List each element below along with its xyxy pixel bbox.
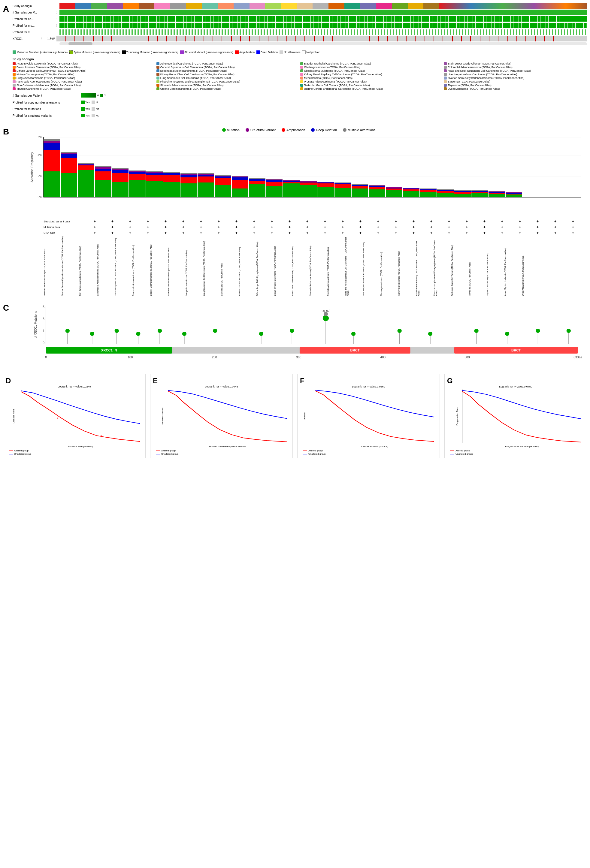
svg-point-48 bbox=[213, 329, 217, 333]
bar-group[interactable] bbox=[163, 172, 180, 197]
svg-point-51 bbox=[324, 312, 328, 316]
bar-group[interactable] bbox=[44, 139, 60, 197]
track-dots-1[interactable]: ⋮ bbox=[55, 10, 59, 15]
bar-group[interactable] bbox=[180, 173, 197, 197]
info-rows: # Samples per Patient 0 2 Profiled for c… bbox=[13, 93, 587, 117]
x-axis-label: Pheochromocytoma and Paraganglioma (TCGA… bbox=[433, 236, 450, 296]
x-axis-label: Stomach Adenocarcinoma (TCGA, PanCancer … bbox=[167, 236, 185, 296]
profiled-cna-track bbox=[59, 16, 587, 22]
svg-text:1: 1 bbox=[43, 329, 44, 332]
bar-group[interactable] bbox=[317, 182, 334, 197]
study-legend-item: Sarcoma (TCGA, PanCancer Atlas) bbox=[444, 80, 587, 83]
svg-point-70 bbox=[566, 329, 571, 333]
x-axis-label: Lung Adenocarcinoma (TCGA, PanCancer Atl… bbox=[185, 236, 203, 296]
bar-group[interactable] bbox=[454, 190, 471, 197]
chart-legend-item: Structural Variant bbox=[245, 128, 276, 132]
study-legend-item: Head and Neck Squamous Cell Carcinoma (T… bbox=[444, 69, 587, 72]
study-legend-item: Uterine Carcinosarcoma (TCGA, PanCancer … bbox=[157, 87, 300, 90]
bar-group[interactable] bbox=[78, 163, 94, 197]
study-legend-item: Esophageal Adenocarcinoma (TCGA, PanCanc… bbox=[157, 69, 300, 72]
svg-point-64 bbox=[474, 329, 478, 333]
x-axis-label: Uveal Melanoma (TCGA, PanCancer Atlas) bbox=[522, 236, 539, 296]
profiled-mut-track bbox=[59, 23, 587, 28]
xrcc1-track bbox=[56, 36, 587, 41]
study-legend-item: Uterine Corpus Endometrial Carcinoma (TC… bbox=[300, 87, 444, 90]
sv-data-row: Structural variant data ++++++++++++++++… bbox=[44, 219, 587, 224]
study-legend-item: Testicular Germ Cell Tumors (TCGA, PanCa… bbox=[300, 84, 444, 87]
study-legend-item: Mesothelioma (TCGA, PanCancer Atlas) bbox=[300, 77, 444, 80]
track-label-profiled-sv: Profiled for st... bbox=[13, 31, 55, 34]
x-axis-label: Colorectal Adenocarcinoma (TCGA, PanCanc… bbox=[309, 236, 326, 296]
study-legend-item: Lung Adenocarcinoma (TCGA, PanCancer Atl… bbox=[13, 77, 156, 80]
section-f-label: F bbox=[300, 377, 305, 385]
chart-legend-item: Amplification bbox=[282, 128, 305, 132]
bar-group[interactable] bbox=[249, 178, 265, 197]
bar-group[interactable] bbox=[61, 152, 77, 197]
chart-legend-item: Mutation bbox=[222, 128, 240, 132]
svg-text:5: 5 bbox=[43, 305, 44, 309]
track-label-profiled-mut: Profiled for mu... bbox=[13, 24, 55, 27]
x-axis-label: Brain Lower Grade Glioma (TCGA, PanCance… bbox=[291, 236, 309, 296]
bar-group[interactable] bbox=[95, 166, 111, 197]
bar-group[interactable] bbox=[232, 176, 248, 197]
bar-group[interactable] bbox=[266, 179, 282, 197]
bar-group[interactable] bbox=[369, 185, 385, 197]
x-axis-label: Lung Squamous Cell Carcinoma (TCGA, PanC… bbox=[203, 236, 220, 296]
track-dots-2[interactable]: ⋮ bbox=[55, 17, 59, 21]
section-d-y-label: Disease Free bbox=[12, 409, 15, 424]
track-dots-4[interactable]: ⋮ bbox=[55, 30, 59, 34]
track-dots-3[interactable]: ⋮ bbox=[55, 24, 59, 28]
svg-text:633aa: 633aa bbox=[574, 356, 582, 359]
svg-text:XRCC1_N: XRCC1_N bbox=[101, 348, 117, 352]
svg-text:0%: 0% bbox=[38, 195, 42, 199]
study-origin-legend-title: Study of origin bbox=[13, 58, 587, 61]
x-axis-label: Liver Hepatocellular Carcinoma (TCGA, Pa… bbox=[362, 236, 380, 296]
x-axis-label: Testicular Germ Cell Tumors (TCGA, PanCa… bbox=[451, 236, 468, 296]
track-dots-5[interactable]: ⋮ bbox=[40, 37, 44, 41]
study-legend-item: Ovarian Serous Cystadenocarcinoma (TCGA,… bbox=[444, 77, 587, 80]
bar-group[interactable] bbox=[386, 187, 402, 197]
bar-group[interactable] bbox=[146, 171, 163, 197]
section-g-title: Logrank Tet P-Value:0.0750 bbox=[447, 385, 584, 388]
scrollbar-thumb[interactable] bbox=[68, 42, 92, 45]
svg-text:0: 0 bbox=[43, 341, 44, 345]
bar-group[interactable] bbox=[506, 192, 522, 197]
svg-text:400: 400 bbox=[380, 356, 386, 359]
x-axis-label: Prostate Adenocarcinoma (TCGA, PanCancer… bbox=[327, 236, 344, 296]
bar-group[interactable] bbox=[437, 189, 454, 197]
track-label-study-origin: Study of origin bbox=[13, 4, 55, 8]
bar-group[interactable] bbox=[472, 190, 488, 197]
section-g-x-label: Progres-Free Survival (Months) bbox=[505, 445, 539, 448]
profiled-cna-label: Profiled for copy number alterations bbox=[13, 101, 79, 104]
bar-group[interactable] bbox=[112, 168, 129, 197]
study-legend-item: Brain Lower Grade Glioma (TCGA, PanCance… bbox=[444, 62, 587, 65]
x-axis-label: Bladder Urothelial Carcinoma (TCGA, PanC… bbox=[150, 236, 167, 296]
svg-text:100: 100 bbox=[128, 356, 133, 359]
bar-group[interactable] bbox=[403, 188, 420, 197]
study-legend-item: Breast Invasive Carcinoma (TCGA, PanCanc… bbox=[13, 66, 156, 69]
bar-group[interactable] bbox=[283, 180, 300, 197]
bar-group[interactable] bbox=[352, 184, 368, 197]
svg-text:# XRCC1 Mutations: # XRCC1 Mutations bbox=[34, 311, 37, 338]
study-legend-item: Thymoma (TCGA, PanCancer Atlas) bbox=[444, 84, 587, 87]
svg-text:BRCT: BRCT bbox=[511, 348, 521, 352]
bar-group[interactable] bbox=[215, 175, 231, 197]
svg-text:+: + bbox=[100, 434, 102, 437]
section-d-legend: Altered group Unaltered group bbox=[9, 449, 143, 455]
bar-group[interactable] bbox=[300, 181, 317, 197]
svg-point-42 bbox=[136, 332, 140, 336]
x-axis-label: Kidney Chromophobe (TCGA, PanCancer Atla… bbox=[398, 236, 415, 296]
study-legend-item: Liver Hepatocellular Carcinoma (TCGA, Pa… bbox=[444, 73, 587, 76]
study-legend-item: Kidney Renal Clear Cell Carcinoma (TCGA,… bbox=[157, 73, 300, 76]
x-axis-label: Esophageal Adenocarcinoma (TCGA, PanCanc… bbox=[97, 236, 114, 296]
track-dots-0[interactable]: ⋮ bbox=[55, 4, 59, 8]
svg-point-46 bbox=[182, 332, 186, 336]
bar-group[interactable] bbox=[488, 191, 505, 197]
section-f-y-label: Overall bbox=[303, 412, 306, 420]
bar-group[interactable] bbox=[334, 183, 351, 197]
bar-group[interactable] bbox=[420, 189, 436, 197]
xrcc1-pct: 1.8%* bbox=[44, 37, 56, 40]
bar-group[interactable] bbox=[129, 170, 146, 197]
svg-text:300: 300 bbox=[296, 356, 301, 359]
bar-group[interactable] bbox=[198, 173, 214, 197]
